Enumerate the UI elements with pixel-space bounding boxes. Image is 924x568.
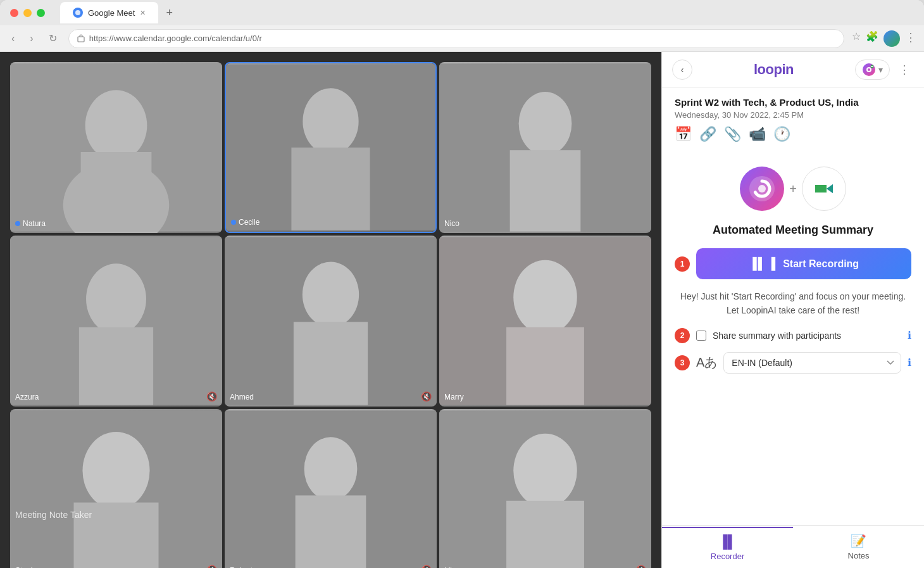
svg-point-3 [85, 90, 147, 161]
loopin-settings-button[interactable]: ▾ [855, 60, 890, 80]
panel-chevron-icon: ▾ [878, 65, 883, 75]
video-cell-cecile[interactable]: Cecile [225, 62, 437, 233]
footer-tab-notes[interactable]: 📝 Notes [793, 527, 924, 567]
panel-back-button[interactable]: ‹ [672, 60, 692, 80]
traffic-lights[interactable] [10, 9, 45, 17]
svg-point-0 [75, 10, 80, 15]
start-recording-panel-button[interactable]: ▐▌▐ Start Recording [696, 248, 911, 279]
attachment-icon[interactable]: 📎 [724, 126, 741, 142]
lang-info-icon[interactable]: ℹ [908, 357, 911, 369]
profile-icon[interactable] [883, 30, 900, 47]
active-tab[interactable]: Google Meet ✕ [60, 2, 158, 23]
calendar-icon[interactable]: 📅 [675, 126, 692, 142]
svg-point-22 [82, 432, 149, 510]
panel-hint-text: Hey! Just hit 'Start Recording' and focu… [675, 289, 911, 318]
refresh-button[interactable]: ↻ [45, 30, 61, 47]
svg-point-34 [758, 185, 766, 192]
waveform-icon-panel: ▐▌▐ [749, 257, 777, 270]
tab-close-icon[interactable]: ✕ [140, 9, 146, 17]
language-select[interactable]: EN-IN (Default) EN-US EN-GB ES FR DE [723, 352, 901, 374]
share-summary-label: Share summary with participants [713, 331, 901, 341]
share-info-icon[interactable]: ℹ [908, 329, 911, 341]
tab-bar: Google Meet ✕ + [60, 2, 178, 23]
svg-rect-17 [294, 322, 368, 405]
loopin-icon-settings [862, 63, 876, 77]
participant-label-marry: Marry [444, 393, 464, 401]
svg-rect-14 [79, 327, 153, 405]
meeting-action-icons: 📅 🔗 📎 📹 🕐 [675, 126, 911, 142]
mic-muted-robert: 🔇 [421, 565, 432, 568]
step-1-badge: 1 [675, 256, 690, 272]
video-cell-nico[interactable]: Nico [439, 62, 651, 233]
meeting-title: Sprint W2 with Tech, & Product US, India [675, 97, 911, 108]
meet-icon[interactable]: 📹 [749, 126, 766, 142]
title-bar: Google Meet ✕ + [0, 0, 924, 25]
address-bar-icons: ☆ 🧩 ⋮ [852, 30, 916, 47]
clock-icon[interactable]: 🕐 [773, 126, 790, 142]
panel-header: ‹ loopin ▾ ⋮ [662, 52, 924, 88]
tab-title: Google Meet [88, 8, 135, 18]
recorder-tab-icon: ▐▌ [718, 534, 736, 549]
plus-icon: + [789, 182, 797, 196]
notes-tab-icon: 📝 [851, 533, 866, 548]
url-bar[interactable]: https://www.calendar.google.com/calendar… [68, 29, 844, 48]
google-meet-icon [811, 176, 837, 201]
mic-muted-azzura: 🔇 [206, 391, 217, 401]
participant-label-ahmed: Ahmed [230, 393, 254, 401]
loopin-logo: loopin [754, 61, 794, 78]
svg-rect-11 [510, 150, 581, 231]
panel-dots-icon[interactable]: ⋮ [895, 60, 914, 79]
translate-icon: Aあ [696, 354, 717, 371]
svg-rect-20 [506, 327, 584, 405]
svg-point-13 [86, 263, 146, 334]
forward-button[interactable]: › [26, 30, 37, 47]
meeting-datetime: Wednesday, 30 Nov 2022, 2:45 PM [675, 110, 911, 120]
svg-point-19 [513, 260, 577, 334]
new-tab-button[interactable]: + [161, 4, 178, 22]
notes-tab-label: Notes [848, 551, 870, 560]
video-cell-ahmed[interactable]: Ahmed 🔇 [225, 236, 437, 407]
back-button[interactable]: ‹ [8, 30, 18, 47]
video-cell-natura[interactable]: Natura [10, 62, 222, 233]
meet-integration-icon [802, 167, 846, 211]
mic-muted-ahmed: 🔇 [421, 391, 432, 401]
participant-label-azzura: Azzura [15, 393, 39, 401]
mic-muted-stephany: 🔇 [206, 565, 217, 568]
maximize-window-button[interactable] [37, 9, 45, 17]
video-cell-azzura[interactable]: Azzura 🔇 [10, 236, 222, 407]
mic-muted-lily: 🔇 [635, 565, 646, 568]
footer-tab-recorder[interactable]: ▐▌ Recorder [662, 527, 793, 567]
panel-body: + Automated Meeting Summary [662, 148, 924, 525]
step-3-row: 3 Aあ EN-IN (Default) EN-US EN-GB ES FR D… [675, 352, 911, 374]
video-grid: Natura Cecile [10, 62, 651, 568]
extensions-icon[interactable]: 🧩 [866, 30, 878, 47]
close-window-button[interactable] [10, 9, 18, 17]
bookmark-icon[interactable]: ☆ [852, 30, 861, 47]
svg-point-7 [303, 88, 358, 155]
video-cell-stephany[interactable]: Stephany 🔇 [10, 409, 222, 568]
svg-point-31 [863, 63, 875, 76]
step-2-row: 2 Share summary with participants ℹ [675, 328, 911, 343]
video-cell-lily[interactable]: Lily 🔇 [439, 409, 651, 568]
svg-point-10 [519, 92, 572, 156]
video-cell-marry[interactable]: Marry [439, 236, 651, 407]
participant-label-nico: Nico [444, 219, 459, 228]
menu-icon[interactable]: ⋮ [905, 30, 916, 47]
video-area: Natura Cecile [0, 52, 661, 568]
recorder-tab-label: Recorder [711, 552, 744, 561]
minimize-window-button[interactable] [23, 9, 32, 17]
link-icon[interactable]: 🔗 [699, 126, 716, 142]
video-cell-robert[interactable]: Robert 🔇 [225, 409, 437, 568]
tab-favicon [73, 8, 83, 18]
url-text: https://www.calendar.google.com/calendar… [89, 34, 262, 43]
meeting-note-taker-label: Meeting Note Taker [15, 510, 92, 520]
active-dot-natura [15, 221, 20, 226]
main-content: Natura Cecile [0, 52, 924, 568]
right-panel: ‹ loopin ▾ ⋮ [661, 52, 924, 568]
step-2-badge: 2 [675, 328, 690, 343]
share-summary-checkbox[interactable] [696, 331, 706, 341]
svg-point-16 [303, 262, 359, 327]
loopin-integration-icon [740, 167, 784, 211]
step-3-badge: 3 [675, 355, 690, 370]
svg-rect-8 [291, 148, 370, 230]
